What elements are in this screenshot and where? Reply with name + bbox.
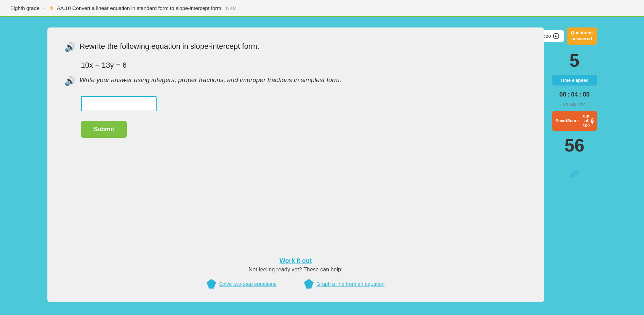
time-elapsed-button[interactable]: Time elapsed <box>552 75 597 86</box>
instruction-block: 🔊 Write your answer using integers, prop… <box>65 75 527 87</box>
breadcrumb-chevron: › <box>44 5 45 11</box>
help-link-2-text[interactable]: Graph a line from an equation <box>316 281 384 287</box>
speaker-icon[interactable]: 🔊 <box>65 42 76 53</box>
help-section: Work it out Not feeling ready yet? These… <box>47 257 544 289</box>
timer-sec: 05 <box>583 91 590 98</box>
instruction-text: Write your answer using integers, proper… <box>80 75 341 85</box>
timer-sep2: : <box>579 91 581 98</box>
speaker-icon-2[interactable]: 🔊 <box>65 76 76 87</box>
video-row: Video ▶ Questions answered <box>552 27 597 45</box>
help-link-1-text[interactable]: Solve two-step equations <box>219 281 276 287</box>
timer-hr: 00 <box>559 91 566 98</box>
breadcrumb-grade[interactable]: Eighth grade <box>10 5 39 11</box>
main-area: 🔊 Rewrite the following equation in slop… <box>0 17 644 313</box>
smartscore-value: 56 <box>565 135 585 156</box>
help-link-2[interactable]: Graph a line from an equation <box>304 279 384 289</box>
question-main-text: Rewrite the following equation in slope-… <box>80 41 259 52</box>
equation-block: 10x − 13y = 6 <box>81 61 527 70</box>
timer-sep1: : <box>567 91 569 98</box>
diamond-icon-1 <box>206 279 216 289</box>
breadcrumb-title[interactable]: AA.10 Convert a linear equation in stand… <box>57 5 221 11</box>
label-sec: SEC <box>579 103 586 107</box>
breadcrumb-code: NKM <box>226 5 237 11</box>
question-header: 🔊 Rewrite the following equation in slop… <box>65 41 527 53</box>
top-navigation: Eighth grade › ★ AA.10 Convert a linear … <box>0 0 644 17</box>
work-it-out-link[interactable]: Work it out <box>47 257 544 265</box>
not-ready-text: Not feeling ready yet? These can help: <box>47 267 544 273</box>
content-wrapper: 🔊 Rewrite the following equation in slop… <box>47 27 597 302</box>
smartscore-label: SmartScore <box>556 119 579 123</box>
label-hr: HR <box>563 103 568 107</box>
timer-display: 00 : 04 : 05 <box>559 91 589 98</box>
smartscore-sub: out of 100 <box>583 114 590 128</box>
smartscore-button[interactable]: SmartScore out of 100 ? <box>552 111 597 131</box>
pencil-icon[interactable]: ✏ <box>566 165 583 182</box>
play-icon: ▶ <box>553 33 559 39</box>
questions-answered-button[interactable]: Questions answered <box>567 27 597 45</box>
label-min: MIN <box>570 103 576 107</box>
diamond-icon-2 <box>304 279 314 289</box>
timer-min: 04 <box>571 91 578 98</box>
info-icon[interactable]: ? <box>591 118 593 124</box>
sidebar: Video ▶ Questions answered 5 Time elapse… <box>552 27 597 302</box>
question-card: 🔊 Rewrite the following equation in slop… <box>47 27 544 302</box>
questions-count: 5 <box>569 50 579 71</box>
help-links: Solve two-step equations Graph a line fr… <box>47 279 544 289</box>
timer-labels: HR MIN SEC <box>563 103 586 107</box>
answer-input[interactable] <box>81 96 157 111</box>
submit-button[interactable]: Submit <box>81 121 127 138</box>
breadcrumb-star: ★ <box>49 5 54 11</box>
help-link-1[interactable]: Solve two-step equations <box>206 279 276 289</box>
